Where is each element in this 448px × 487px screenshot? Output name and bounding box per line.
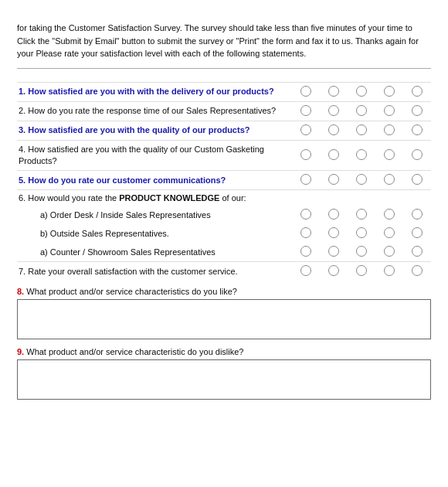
radio-q6b-4[interactable]	[384, 227, 395, 238]
radio-cell-q4-2	[320, 140, 348, 171]
radio-cell-q4-5	[403, 140, 431, 171]
radio-cell-q4-4	[375, 140, 403, 171]
radio-cell-q6c-5	[403, 243, 431, 262]
intro-text: for taking the Customer Satisfaction Sur…	[17, 22, 431, 60]
radio-q1-1[interactable]	[300, 86, 311, 97]
radio-q2-4[interactable]	[384, 105, 395, 116]
radio-cell-q7-1	[292, 262, 320, 281]
open-questions-section: 8. What product and/or service character…	[17, 287, 431, 400]
radio-q5-4[interactable]	[384, 174, 395, 185]
radio-cell-q6b-5	[403, 224, 431, 243]
radio-q2-5[interactable]	[412, 105, 423, 116]
radio-cell-q6a-2	[320, 206, 348, 224]
radio-q6a-5[interactable]	[412, 209, 423, 220]
radio-cell-q2-2	[320, 101, 348, 121]
radio-cell-q1-2	[320, 82, 348, 101]
radio-q6a-3[interactable]	[356, 209, 367, 220]
radio-q6b-5[interactable]	[412, 227, 423, 238]
radio-cell-q5-5	[403, 171, 431, 190]
radio-q6a-1[interactable]	[300, 209, 311, 220]
radio-q7-1[interactable]	[300, 265, 311, 276]
radio-q3-1[interactable]	[300, 124, 311, 135]
radio-cell-q5-4	[375, 171, 403, 190]
open-answer-textarea-q9[interactable]	[17, 359, 431, 400]
radio-cell-q6b-3	[348, 224, 375, 243]
radio-cell-q4-3	[348, 140, 375, 171]
radio-q3-5[interactable]	[412, 124, 423, 135]
radio-cell-q1-5	[403, 82, 431, 101]
radio-cell-q1-3	[348, 82, 375, 101]
radio-q1-2[interactable]	[328, 86, 339, 97]
radio-q2-1[interactable]	[300, 105, 311, 116]
radio-q5-3[interactable]	[356, 174, 367, 185]
radio-q6b-2[interactable]	[328, 227, 339, 238]
radio-q4-5[interactable]	[412, 149, 423, 160]
radio-cell-q3-4	[375, 121, 403, 140]
question-text-q7: 7. Rate your overall satisfaction with t…	[17, 262, 292, 281]
open-question-label-q9: 9. What product and/or service character…	[17, 347, 431, 356]
radio-cell-q7-4	[375, 262, 403, 281]
radio-cell-q6a-1	[292, 206, 320, 224]
open-question-label-q8: 8. What product and/or service character…	[17, 287, 431, 296]
radio-cell-q3-3	[348, 121, 375, 140]
radio-q3-2[interactable]	[328, 124, 339, 135]
radio-cell-q4-1	[292, 140, 320, 171]
radio-cell-q2-3	[348, 101, 375, 121]
radio-cell-q7-2	[320, 262, 348, 281]
radio-q5-1[interactable]	[300, 174, 311, 185]
radio-q1-4[interactable]	[384, 86, 395, 97]
radio-q4-4[interactable]	[384, 149, 395, 160]
radio-q6b-3[interactable]	[356, 227, 367, 238]
radio-q7-5[interactable]	[412, 265, 423, 276]
question-text-q5: 5. How do you rate our customer communic…	[17, 171, 292, 190]
radio-q6c-2[interactable]	[328, 246, 339, 257]
radio-cell-q7-5	[403, 262, 431, 281]
radio-q7-3[interactable]	[356, 265, 367, 276]
radio-cell-q3-1	[292, 121, 320, 140]
radio-q4-1[interactable]	[300, 149, 311, 160]
question-text-q6b: b) Outside Sales Representatives.	[17, 224, 292, 243]
radio-q3-3[interactable]	[356, 124, 367, 135]
radio-cell-q6a-5	[403, 206, 431, 224]
scale-legend	[17, 68, 431, 73]
radio-cell-q3-5	[403, 121, 431, 140]
radio-cell-q6c-3	[348, 243, 375, 262]
radio-cell-q6c-2	[320, 243, 348, 262]
question-text-q1: 1. How satisfied are you with with the d…	[17, 82, 292, 101]
radio-q6a-2[interactable]	[328, 209, 339, 220]
radio-cell-q2-4	[375, 101, 403, 121]
radio-q4-3[interactable]	[356, 149, 367, 160]
radio-q6c-3[interactable]	[356, 246, 367, 257]
radio-q6b-1[interactable]	[300, 227, 311, 238]
radio-q1-5[interactable]	[412, 86, 423, 97]
radio-q1-3[interactable]	[356, 86, 367, 97]
radio-q6c-4[interactable]	[384, 246, 395, 257]
radio-q5-2[interactable]	[328, 174, 339, 185]
radio-q6c-1[interactable]	[300, 246, 311, 257]
radio-q6a-4[interactable]	[384, 209, 395, 220]
survey-table: 1. How satisfied are you with with the d…	[17, 77, 431, 281]
radio-cell-q2-1	[292, 101, 320, 121]
radio-cell-q3-2	[320, 121, 348, 140]
radio-q6c-5[interactable]	[412, 246, 423, 257]
radio-q7-2[interactable]	[328, 265, 339, 276]
open-answer-textarea-q8[interactable]	[17, 299, 431, 339]
radio-cell-q7-3	[348, 262, 375, 281]
section6-header: 6. How would you rate the PRODUCT KNOWLE…	[17, 190, 431, 206]
radio-q3-4[interactable]	[384, 124, 395, 135]
radio-cell-q5-1	[292, 171, 320, 190]
radio-cell-q1-1	[292, 82, 320, 101]
radio-cell-q6b-1	[292, 224, 320, 243]
radio-q2-3[interactable]	[356, 105, 367, 116]
question-text-q6c: a) Counter / Showroom Sales Representati…	[17, 243, 292, 262]
radio-cell-q6b-4	[375, 224, 403, 243]
radio-cell-q2-5	[403, 101, 431, 121]
radio-q2-2[interactable]	[328, 105, 339, 116]
radio-cell-q5-2	[320, 171, 348, 190]
question-text-q2: 2. How do you rate the response time of …	[17, 101, 292, 121]
radio-cell-q5-3	[348, 171, 375, 190]
radio-q7-4[interactable]	[384, 265, 395, 276]
radio-q4-2[interactable]	[328, 149, 339, 160]
radio-cell-q6a-3	[348, 206, 375, 224]
radio-q5-5[interactable]	[412, 174, 423, 185]
